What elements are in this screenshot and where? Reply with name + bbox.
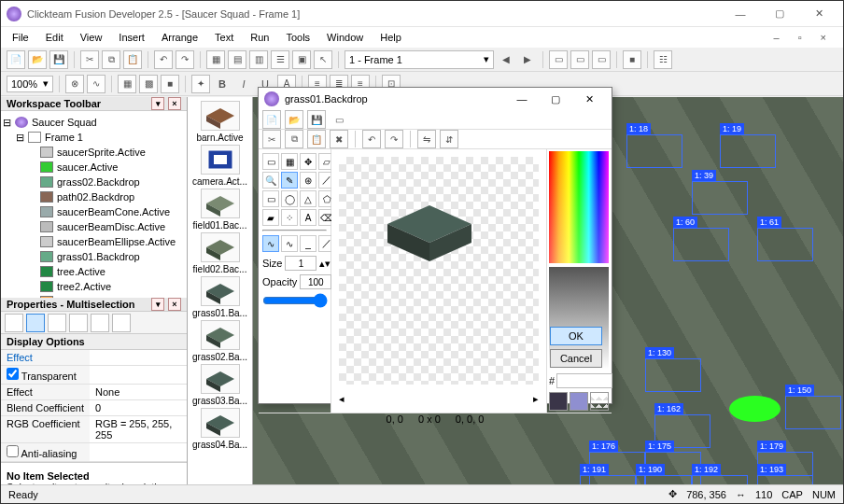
event-list-button[interactable]: ☰	[271, 50, 289, 69]
workspace-tree[interactable]: ⊟Saucer Squad ⊟Frame 1 saucerSprite.Acti…	[1, 111, 187, 298]
italic-button[interactable]: I	[234, 75, 253, 93]
menu-text[interactable]: Text	[207, 30, 241, 45]
wand-icon[interactable]: ✦	[191, 75, 210, 93]
props-tab-size[interactable]	[48, 314, 66, 332]
dlg-options-button[interactable]: ▭	[330, 110, 348, 129]
tool-fill[interactable]: ▰	[262, 209, 279, 226]
menu-help[interactable]: Help	[373, 30, 409, 45]
opacity-input[interactable]	[300, 274, 331, 289]
size-input[interactable]	[285, 256, 316, 271]
tree-item[interactable]: saucerBeamDisc.Active	[3, 219, 185, 234]
selection-box[interactable]	[757, 475, 813, 484]
object-thumb[interactable]: grass04.Ba...	[190, 408, 250, 450]
dlg-delete-button[interactable]: ✖	[330, 130, 348, 148]
save-button[interactable]: 💾	[49, 50, 68, 69]
dlg-paste-button[interactable]: 📋	[307, 130, 326, 148]
cut-button[interactable]: ✂	[80, 50, 99, 69]
event-editor-button[interactable]: ▥	[249, 50, 268, 69]
tool-move[interactable]: ✥	[300, 153, 316, 170]
tool-ellipse[interactable]: ◯	[281, 190, 298, 207]
panel-pin-icon[interactable]: ▾	[151, 97, 164, 110]
menu-tools[interactable]: Tools	[278, 30, 317, 45]
prev-frame-button[interactable]: ◀	[497, 50, 515, 69]
props-tab-events[interactable]	[91, 314, 109, 332]
transparent-checkbox[interactable]	[7, 368, 19, 380]
object-thumb[interactable]: grass03.Ba...	[190, 364, 250, 406]
menu-edit[interactable]: Edit	[38, 30, 71, 45]
maximize-button[interactable]: ▢	[761, 2, 798, 26]
dialog-preview[interactable]: ◂ ▸	[331, 149, 546, 413]
props-tab-values[interactable]	[69, 314, 88, 332]
property-row[interactable]: EffectNone	[1, 385, 187, 400]
lasso-icon[interactable]: ⊗	[65, 75, 84, 93]
grid3-icon[interactable]: ■	[161, 75, 179, 93]
run-app-button[interactable]: ▭	[570, 50, 589, 69]
tool-spray[interactable]: ⁘	[281, 209, 298, 226]
frame-selector[interactable]: 1 - Frame 1▾	[345, 50, 494, 69]
selection-box[interactable]	[645, 358, 701, 392]
dlg-copy-button[interactable]: ⧉	[285, 130, 303, 148]
paste-button[interactable]: 📋	[123, 50, 142, 69]
open-button[interactable]: 📂	[28, 50, 47, 69]
dialog-close-button[interactable]: ✕	[572, 88, 606, 110]
object-thumb[interactable]: camera.Act...	[190, 145, 250, 187]
property-row[interactable]: RGB CoefficientRGB = 255, 255, 255	[1, 416, 187, 443]
minimize-button[interactable]: —	[722, 2, 759, 26]
dialog-minimize-button[interactable]: —	[505, 88, 539, 110]
stop-button[interactable]: ■	[623, 50, 641, 69]
dlg-undo-button[interactable]: ↶	[362, 130, 381, 148]
selection-box[interactable]	[692, 475, 748, 484]
selection-box[interactable]	[785, 396, 841, 429]
hex-input[interactable]	[556, 373, 612, 388]
dlg-fliph-button[interactable]: ⇋	[417, 130, 436, 148]
storyboard-button[interactable]: ▦	[206, 50, 225, 69]
color-palette-main[interactable]	[549, 151, 609, 263]
tree-item[interactable]: tree.Active	[3, 264, 185, 279]
selection-box[interactable]	[720, 134, 776, 168]
tool-brush[interactable]: ⊛	[300, 172, 316, 189]
menu-view[interactable]: View	[73, 30, 110, 45]
mdi-minimize-icon[interactable]: –	[767, 30, 787, 45]
tool-select-color[interactable]: ▦	[281, 153, 298, 170]
selection-box[interactable]	[757, 228, 813, 261]
dlg-cut-button[interactable]: ✂	[262, 130, 281, 148]
tree-item[interactable]: path02.Backdrop	[3, 189, 185, 204]
selection-box[interactable]	[626, 134, 682, 168]
new-button[interactable]: 📄	[7, 50, 25, 69]
cancel-button[interactable]: Cancel	[550, 349, 602, 368]
tree-item[interactable]: saucerBeamEllipse.Active	[3, 234, 185, 249]
object-thumb[interactable]: grass01.Ba...	[190, 276, 250, 318]
mdi-close-icon[interactable]: ×	[813, 30, 834, 45]
tree-item[interactable]: saucerBeamCone.Active	[3, 204, 185, 219]
dialog-maximize-button[interactable]: ▢	[539, 88, 572, 110]
selection-box[interactable]	[692, 181, 748, 215]
selection-box[interactable]	[636, 475, 692, 484]
object-thumb[interactable]: field01.Bac...	[190, 189, 250, 231]
menu-file[interactable]: File	[5, 30, 36, 45]
tool-select-rect[interactable]: ▭	[262, 153, 279, 170]
zoom-field[interactable]: 100%▾	[7, 76, 53, 92]
close-button[interactable]: ✕	[800, 2, 837, 26]
selection-box[interactable]	[580, 475, 636, 484]
props-tab-about[interactable]	[112, 314, 131, 332]
props-pin-icon[interactable]: ▾	[151, 298, 164, 311]
grid2-icon[interactable]: ▩	[139, 75, 158, 93]
props-tab-settings[interactable]	[5, 314, 23, 332]
menu-run[interactable]: Run	[243, 30, 276, 45]
tool-picker[interactable]: ✎	[281, 172, 298, 189]
scroll-right-icon[interactable]: ▸	[533, 393, 539, 405]
tool-rect[interactable]: ▭	[262, 190, 279, 207]
undo-button[interactable]: ↶	[154, 50, 173, 69]
dlg-save-button[interactable]: 💾	[307, 110, 326, 129]
menu-insert[interactable]: Insert	[111, 30, 152, 45]
property-row[interactable]: Blend Coefficient0	[1, 400, 187, 416]
object-thumb[interactable]: barn.Active	[190, 101, 250, 143]
build-button[interactable]: ☷	[654, 50, 672, 69]
panel-close-icon[interactable]: ×	[168, 97, 181, 110]
menu-arrange[interactable]: Arrange	[154, 30, 205, 45]
run-project-button[interactable]: ▭	[549, 50, 568, 69]
object-list[interactable]: barn.Activecamera.Act...field01.Bac...fi…	[188, 97, 253, 484]
selection-box[interactable]	[673, 228, 729, 261]
stroke-style-2[interactable]: ∿	[281, 235, 298, 252]
frame-editor-button[interactable]: ▤	[228, 50, 246, 69]
